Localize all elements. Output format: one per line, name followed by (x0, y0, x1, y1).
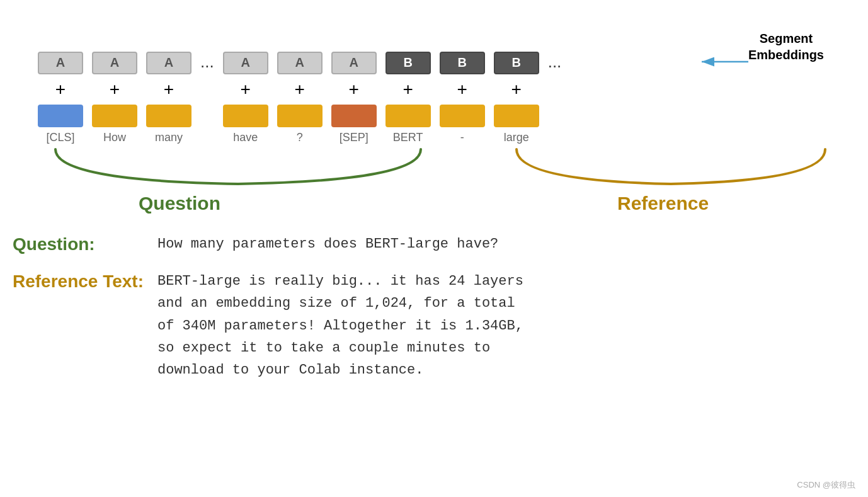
token-large: B + large (494, 52, 539, 144)
token-bert: B + BERT (385, 52, 431, 144)
reference-label-text: Reference Text: (13, 271, 144, 291)
embed-dash (440, 105, 485, 127)
embed-many (146, 105, 191, 127)
token-have: A + have (223, 52, 268, 144)
reference-row: Reference Text: BERT-large is really big… (13, 270, 831, 381)
token-cls: A + [CLS] (38, 52, 83, 144)
question-brace (43, 146, 433, 190)
embed-q (277, 105, 323, 127)
embed-have (223, 105, 268, 127)
question-label-text: Question: (13, 234, 95, 254)
embed-how (92, 105, 137, 127)
reference-label: Reference (617, 193, 709, 214)
segment-arrow (699, 55, 750, 68)
segment-embeddings-label: Segment Embeddings (748, 30, 824, 63)
embed-large (494, 105, 539, 127)
token-question-mark: A + ? (277, 52, 323, 144)
token-sep: A + [SEP] (331, 52, 377, 144)
reference-content: BERT-large is really big... it has 24 la… (157, 270, 831, 381)
token-dots1: ... + (200, 50, 214, 145)
embed-bert (385, 105, 431, 127)
question-label: Question (139, 193, 220, 214)
question-content: How many parameters does BERT-large have… (157, 233, 831, 255)
text-section: Question: How many parameters does BERT-… (13, 233, 831, 396)
token-dots2: ... (548, 50, 562, 145)
diagram-section: Segment Embeddings A + [CLS] A (25, 19, 843, 220)
watermark: CSDN @彼得虫 (797, 479, 855, 491)
question-row: Question: How many parameters does BERT-… (13, 233, 831, 255)
seg-badge-cls: A (38, 52, 83, 74)
embed-sep (331, 105, 377, 127)
tokens-row: A + [CLS] A + How A + many ... (38, 50, 561, 145)
main-container: Segment Embeddings A + [CLS] A (0, 0, 868, 497)
embed-cls (38, 105, 83, 127)
reference-brace (504, 146, 838, 190)
token-dash: B + - (440, 52, 485, 144)
token-how: A + How (92, 52, 137, 144)
token-many: A + many (146, 52, 191, 144)
